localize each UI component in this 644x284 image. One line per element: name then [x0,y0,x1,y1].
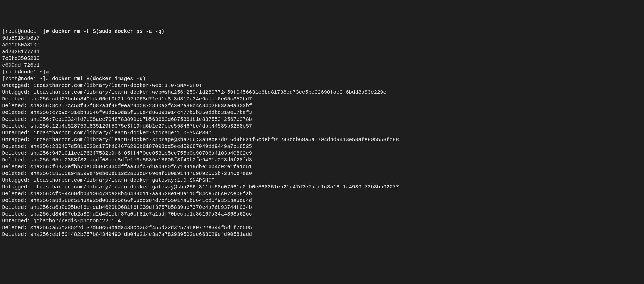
output-text: Deleted: sha256:c7c9c431eb41046f98db90da… [2,110,252,116]
terminal-line: [root@node1 ~]# docker rm -f $(sudo dock… [2,28,642,35]
terminal-line: [root@node1 ~]# docker rmi $(docker imag… [2,75,642,82]
terminal-line: [root@node1 ~]# [2,69,642,75]
terminal-line: Untagged: itcastharbor.com/library/learn… [2,89,642,96]
terminal-line: Deleted: sha256:c7c9c431eb41046f98db90da… [2,109,642,116]
output-text: Deleted: sha256:65bc2353f32cacdf08cec8df… [2,157,252,163]
output-text: Deleted: sha256:12b4c528759c835129f5075e… [2,123,252,129]
output-text: Deleted: sha256:7ebb2324fd7b98ace7048783… [2,116,252,122]
terminal-line: Untagged: itcastharbor.com/library/learn… [2,177,642,184]
output-text: 7c5fc3505230 [2,55,40,61]
terminal-line: 5da89184b8a7 [2,35,642,42]
output-text: Untagged: itcastharbor.com/library/learn… [2,130,214,136]
output-text: Deleted: sha256:cdd27bcbb849fda66ef0b21f… [2,96,252,102]
output-text: Untagged: itcastharbor.com/library/learn… [2,89,386,95]
terminal-line: Untagged: itcastharbor.com/library/learn… [2,136,642,143]
output-text: Untagged: itcastharbor.com/library/learn… [2,184,399,190]
output-text: Deleted: sha256:18535a94a599e79ebe0e812c… [2,171,252,176]
output-text: Untagged: itcastharbor.com/library/learn… [2,177,214,183]
terminal-line: 7c5fc3505230 [2,55,642,62]
terminal-line: c699ddf726e1 [2,62,642,69]
output-text: Deleted: sha256:f6373efbb7be5d596c46ddff… [2,164,252,170]
output-text: Deleted: sha256:8c257cc58f42f687a4f98f0e… [2,103,252,109]
terminal-line: Untagged: itcastharbor.com/library/learn… [2,130,642,136]
output-text: Deleted: sha256:a6a2d95bcf6bfcab4620b068… [2,204,252,210]
output-text: Untagged: goharbor/redis-photon:v2.1.4 [2,218,121,224]
shell-prompt: [root@node1 ~]# [2,76,52,82]
output-text: Deleted: sha256:947e011ce176347582e9f6f0… [2,150,252,156]
terminal-line: aeedd60a3109 [2,42,642,48]
terminal-line: Deleted: sha256:a8d288c5143a925d082e25c6… [2,197,642,204]
terminal-line: Untagged: itcastharbor.com/library/learn… [2,184,642,191]
output-text: Untagged: itcastharbor.com/library/learn… [2,83,202,89]
terminal-line: Deleted: sha256:18535a94a599e79ebe0e812c… [2,170,642,177]
output-text: aeedd60a3109 [2,42,40,48]
shell-command: docker rm -f $(sudo docker ps -a -q) [52,28,165,34]
terminal-output: [root@node1 ~]# docker rm -f $(sudo dock… [2,28,642,238]
terminal-line: Deleted: sha256:a6a2d95bcf6bfcab4620b068… [2,204,642,211]
shell-prompt: [root@node1 ~]# [2,69,52,75]
output-text: Deleted: sha256:a56c28522d137d69c69bada4… [2,225,252,231]
terminal-line: Deleted: sha256:a56c28522d137d69c69bada4… [2,224,642,231]
shell-prompt: [root@node1 ~]# [2,28,52,34]
terminal-line: Deleted: sha256:65bc2353f32cacdf08cec8df… [2,157,642,163]
terminal-line: Deleted: sha256:cfc84469dbb4106473ce28b4… [2,191,642,197]
terminal-line: ad2438177731 [2,48,642,55]
output-text: Untagged: itcastharbor.com/library/learn… [2,137,399,143]
terminal-line: Deleted: sha256:f6373efbb7be5d596c46ddff… [2,163,642,170]
output-text: Deleted: sha256:a8d288c5143a925d082e25c6… [2,198,252,204]
output-text: c699ddf726e1 [2,62,40,68]
terminal-line: Untagged: itcastharbor.com/library/learn… [2,82,642,89]
output-text: Deleted: sha256:cbf50f482b757b84349490fd… [2,231,252,237]
shell-command: docker rmi $(docker images -q) [52,76,146,82]
terminal-line: Deleted: sha256:947e011ce176347582e9f6f0… [2,150,642,157]
terminal-line: Untagged: goharbor/redis-photon:v2.1.4 [2,218,642,224]
terminal-line: Deleted: sha256:230437d581e322c175fd6467… [2,143,642,150]
output-text: Deleted: sha256:cfc84469dbb4106473ce28b4… [2,191,252,197]
terminal-line: Deleted: sha256:12b4c528759c835129f5075e… [2,123,642,130]
terminal-line: Deleted: sha256:cdd27bcbb849fda66ef0b21f… [2,96,642,103]
terminal-line: Deleted: sha256:8c257cc58f42f687a4f98f0e… [2,103,642,109]
terminal-line: Deleted: sha256:cbf50f482b757b84349490fd… [2,231,642,238]
terminal-line: Deleted: sha256:d34497eb2a80fd2d451ebf37… [2,211,642,218]
output-text: Deleted: sha256:230437d581e322c175fd6467… [2,143,252,149]
terminal-line: Deleted: sha256:7ebb2324fd7b98ace7048783… [2,116,642,123]
output-text: 5da89184b8a7 [2,35,40,41]
output-text: ad2438177731 [2,49,40,55]
output-text: Deleted: sha256:d34497eb2a80fd2d451ebf37… [2,211,252,217]
